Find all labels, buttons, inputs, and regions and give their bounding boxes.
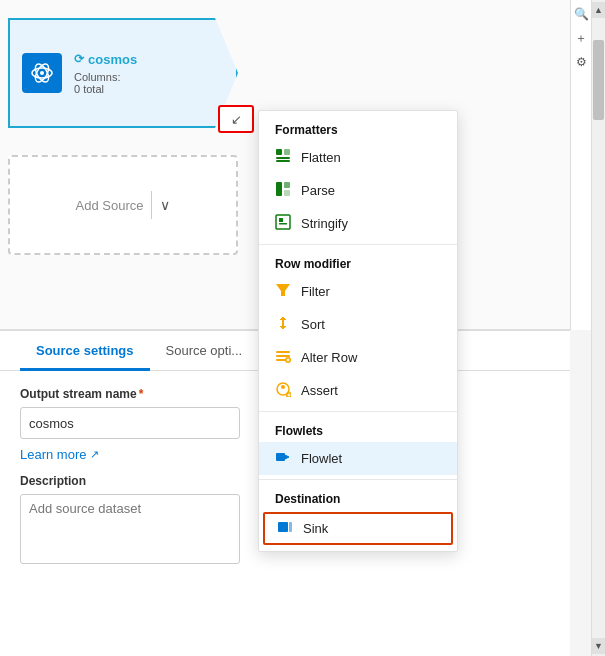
menu-item-assert[interactable]: Assert: [259, 374, 457, 407]
svg-rect-9: [284, 182, 290, 188]
learn-more-link[interactable]: Learn more ↗: [20, 447, 99, 462]
scroll-thumb[interactable]: [593, 40, 604, 120]
cosmos-title: ⟳ cosmos: [74, 52, 137, 67]
menu-item-parse[interactable]: Parse: [259, 174, 457, 207]
stream-name-input[interactable]: [20, 407, 240, 439]
svg-rect-27: [276, 453, 285, 461]
svg-rect-11: [276, 215, 290, 229]
divider-1: [259, 244, 457, 245]
cosmos-link-icon: ⟳: [74, 52, 84, 66]
expand-icon: ↙: [231, 112, 242, 127]
destination-section-title: Destination: [259, 484, 457, 510]
svg-rect-7: [276, 160, 290, 162]
parse-icon: [275, 181, 291, 200]
cosmos-expand-button[interactable]: ↙: [218, 105, 254, 133]
plus-icon[interactable]: ＋: [571, 28, 591, 48]
svg-marker-14: [276, 284, 290, 296]
menu-item-flatten[interactable]: Flatten: [259, 141, 457, 174]
scroll-track[interactable]: [592, 20, 605, 636]
external-link-icon: ↗: [90, 448, 99, 461]
svg-rect-17: [276, 355, 290, 357]
cosmos-icon: [22, 53, 62, 93]
svg-rect-4: [276, 149, 282, 155]
svg-point-3: [40, 71, 44, 75]
svg-rect-16: [276, 351, 290, 353]
settings-icon[interactable]: ⚙: [571, 52, 591, 72]
svg-rect-6: [276, 157, 290, 159]
row-modifier-section-title: Row modifier: [259, 249, 457, 275]
description-textarea[interactable]: [20, 494, 240, 564]
scrollbar[interactable]: ▲ ▼: [591, 0, 605, 656]
flowlet-icon: [275, 449, 291, 468]
cosmos-node[interactable]: ⟳ cosmos Columns: 0 total: [8, 18, 238, 128]
flatten-icon: [275, 148, 291, 167]
svg-rect-29: [289, 522, 292, 532]
alter-row-icon: [275, 348, 291, 367]
menu-item-sort[interactable]: Sort: [259, 308, 457, 341]
add-source-divider: [151, 191, 152, 219]
svg-rect-8: [276, 182, 282, 196]
divider-2: [259, 411, 457, 412]
svg-rect-28: [278, 522, 288, 532]
filter-icon: [275, 282, 291, 301]
right-toolbar: 🔍 ＋ ⚙: [570, 0, 591, 330]
menu-item-sink[interactable]: Sink: [263, 512, 453, 545]
search-icon[interactable]: 🔍: [571, 4, 591, 24]
menu-item-alter-row[interactable]: Alter Row: [259, 341, 457, 374]
sort-icon: [275, 315, 291, 334]
formatters-section-title: Formatters: [259, 115, 457, 141]
menu-item-filter[interactable]: Filter: [259, 275, 457, 308]
scroll-down-button[interactable]: ▼: [592, 638, 606, 654]
context-menu: Formatters Flatten Parse Stringify Row m…: [258, 110, 458, 552]
cosmos-info: ⟳ cosmos Columns: 0 total: [74, 52, 137, 95]
tab-source-settings[interactable]: Source settings: [20, 331, 150, 371]
svg-point-23: [281, 385, 285, 389]
add-source-label: Add Source: [76, 198, 144, 213]
divider-3: [259, 479, 457, 480]
sink-icon: [277, 519, 293, 538]
svg-rect-12: [279, 218, 283, 222]
svg-rect-10: [284, 190, 290, 196]
tab-source-options[interactable]: Source opti...: [150, 331, 259, 371]
assert-icon: [275, 381, 291, 400]
stringify-icon: [275, 214, 291, 233]
svg-rect-13: [279, 223, 287, 225]
chevron-down-icon[interactable]: ∨: [160, 197, 170, 213]
cosmos-columns: Columns: 0 total: [74, 71, 137, 95]
add-source-area[interactable]: Add Source ∨: [8, 155, 238, 255]
menu-item-stringify[interactable]: Stringify: [259, 207, 457, 240]
menu-item-flowlet[interactable]: Flowlet: [259, 442, 457, 475]
scroll-up-button[interactable]: ▲: [592, 2, 606, 18]
flowlets-section-title: Flowlets: [259, 416, 457, 442]
svg-rect-5: [284, 149, 290, 155]
